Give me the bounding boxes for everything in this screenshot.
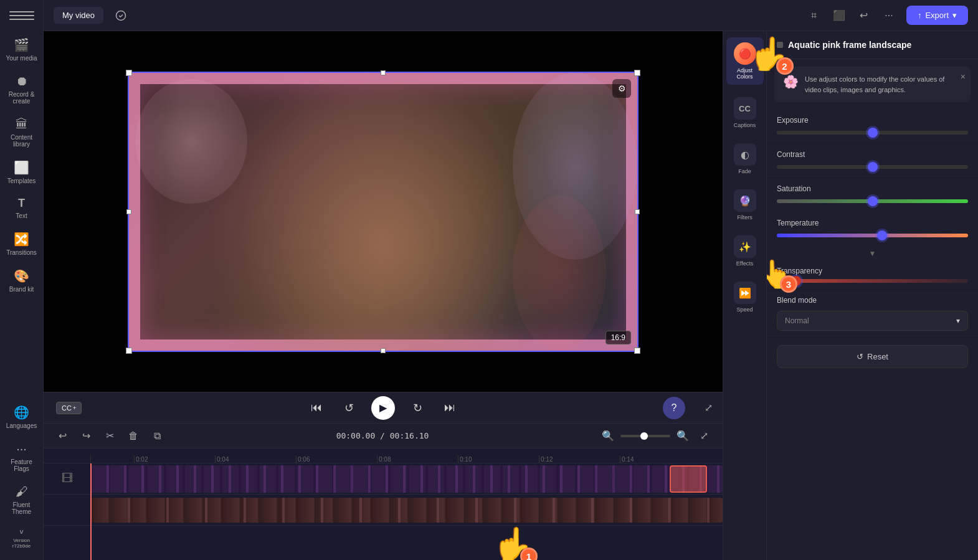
sidebar-item-languages[interactable]: 🌐 Languages bbox=[3, 400, 40, 434]
reset-button[interactable]: ↺ Reset bbox=[777, 345, 968, 368]
transparency-slider-track[interactable] bbox=[777, 279, 968, 283]
adjust-colors-item[interactable]: 🔴 Adjust Colors bbox=[726, 37, 764, 85]
save-icon-btn[interactable] bbox=[111, 6, 131, 26]
handle-left[interactable] bbox=[126, 209, 131, 214]
ruler-mark-7: 0:14 bbox=[620, 455, 701, 463]
crop-tool-btn[interactable]: ⌗ bbox=[804, 6, 824, 26]
transparency-slider-area: 👆 3 bbox=[777, 279, 968, 283]
fullscreen-btn[interactable]: ⤢ bbox=[705, 402, 713, 414]
transparency-section: Transparency 👆 3 bbox=[767, 260, 978, 290]
video-background bbox=[129, 73, 637, 351]
hamburger-menu[interactable] bbox=[9, 6, 34, 25]
sidebar-item-text[interactable]: T Text bbox=[3, 192, 40, 224]
timeline-toolbar: ↩ ↪ ✂ 🗑 ⧉ 00:00.00 / 00:16.10 🔍 bbox=[44, 424, 723, 448]
contrast-section: Contrast bbox=[767, 144, 978, 178]
filters-label: Filters bbox=[737, 214, 752, 221]
reset-icon: ↺ bbox=[857, 352, 863, 361]
brand-kit-icon: 🎨 bbox=[14, 268, 29, 283]
zoom-in-btn[interactable]: 🔍 bbox=[674, 427, 691, 445]
fade-label: Fade bbox=[738, 168, 751, 174]
collapse-section-btn[interactable]: ▼ bbox=[767, 247, 978, 260]
contrast-slider-track[interactable] bbox=[777, 165, 968, 169]
film-track[interactable] bbox=[90, 465, 723, 493]
info-box: 🌸 Use adjust colors to modify the color … bbox=[774, 67, 971, 102]
zoom-out-btn[interactable]: 🔍 bbox=[599, 427, 617, 445]
handle-right[interactable] bbox=[635, 209, 640, 214]
handle-top-right[interactable] bbox=[634, 70, 640, 76]
sidebar-item-transitions[interactable]: 🔀 Transitions bbox=[3, 227, 40, 261]
redo-btn[interactable]: ↪ bbox=[77, 427, 95, 445]
video-track[interactable] bbox=[90, 498, 723, 523]
video-frame[interactable]: ⚙ 16:9 bbox=[128, 72, 639, 352]
skip-forward-btn[interactable]: ⏭ bbox=[440, 398, 460, 418]
sidebar-item-your-media[interactable]: 🎬 Your media bbox=[3, 32, 40, 67]
saturation-thumb[interactable] bbox=[868, 196, 878, 206]
film-frames bbox=[90, 465, 723, 493]
handle-bottom-right[interactable] bbox=[634, 348, 640, 354]
undo-tool-btn[interactable]: ↩ bbox=[854, 6, 874, 26]
zoom-thumb[interactable] bbox=[640, 432, 648, 440]
duplicate-btn[interactable]: ⧉ bbox=[148, 427, 166, 445]
content-area: ⚙ 16:9 CC + ⏮ ↺ ▶ ↻ ⏭ ? ⤢ bbox=[44, 31, 978, 560]
blend-mode-select[interactable]: Normal ▾ bbox=[777, 311, 968, 331]
effects-label: Effects bbox=[736, 260, 753, 267]
sidebar-item-content-library[interactable]: 🏛 Content library bbox=[3, 112, 40, 153]
cc-button[interactable]: CC + bbox=[56, 402, 82, 414]
saturation-slider-track[interactable] bbox=[777, 199, 968, 203]
skip-back-btn[interactable]: ⏮ bbox=[306, 398, 326, 418]
transparency-thumb[interactable] bbox=[791, 276, 801, 286]
zoom-slider[interactable] bbox=[620, 435, 670, 437]
export-button[interactable]: ↑ Export ▾ bbox=[906, 6, 968, 25]
help-btn[interactable]: ? bbox=[663, 397, 685, 419]
forward-5-btn[interactable]: ↻ bbox=[407, 398, 427, 418]
filters-item[interactable]: 🔮 Filters bbox=[726, 184, 764, 225]
fade-item[interactable]: ◐ Fade bbox=[726, 138, 764, 179]
speed-item[interactable]: ⏩ Speed bbox=[726, 277, 764, 318]
speed-icon: ⏩ bbox=[734, 282, 756, 304]
close-info-btn[interactable]: × bbox=[961, 72, 966, 82]
sidebar-item-version[interactable]: v Version r72b9de bbox=[3, 523, 40, 554]
sidebar-item-fluent-theme[interactable]: 🖌 Fluent Theme bbox=[3, 480, 40, 520]
contrast-thumb[interactable] bbox=[868, 162, 878, 172]
captions-item[interactable]: CC Captions bbox=[726, 92, 764, 133]
handle-bottom-left[interactable] bbox=[126, 348, 132, 354]
playback-bar: CC + ⏮ ↺ ▶ ↻ ⏭ ? ⤢ bbox=[44, 392, 723, 423]
temperature-slider-track[interactable] bbox=[777, 234, 968, 237]
handle-bottom[interactable] bbox=[381, 348, 386, 353]
handle-top[interactable] bbox=[381, 70, 386, 75]
handle-top-left[interactable] bbox=[126, 70, 132, 76]
track-label-film: 🎞 bbox=[44, 465, 90, 493]
rewind-5-btn[interactable]: ↺ bbox=[339, 398, 359, 418]
project-title[interactable]: My video bbox=[54, 7, 103, 24]
ruler-mark-6: 0:12 bbox=[539, 455, 620, 463]
exposure-thumb[interactable] bbox=[868, 128, 878, 138]
info-emoji: 🌸 bbox=[783, 74, 799, 89]
play-pause-btn[interactable]: ▶ bbox=[371, 396, 395, 420]
transparency-header: Transparency bbox=[777, 267, 968, 275]
selected-clip-indicator[interactable] bbox=[670, 465, 707, 493]
delete-btn[interactable]: 🗑 bbox=[125, 427, 142, 445]
ruler-mark-4: 0:08 bbox=[377, 455, 458, 463]
playhead-line bbox=[90, 463, 92, 560]
adjust-panel-header: Aquatic pink frame landscape bbox=[767, 31, 978, 59]
exposure-slider-track[interactable] bbox=[777, 131, 968, 135]
video-canvas: ⚙ 16:9 bbox=[44, 31, 723, 392]
topbar: My video ⌗ ⬛ ↩ ··· ↑ Export ▾ bbox=[44, 0, 978, 31]
video-settings-btn[interactable]: ⚙ bbox=[612, 79, 631, 98]
sidebar-item-templates[interactable]: ⬜ Templates bbox=[3, 155, 40, 189]
speed-label: Speed bbox=[736, 306, 752, 313]
cut-btn[interactable]: ✂ bbox=[101, 427, 118, 445]
aspect-ratio-btn[interactable]: 16:9 bbox=[605, 331, 631, 344]
more-tool-btn[interactable]: ··· bbox=[879, 6, 899, 26]
sidebar-item-record[interactable]: ⏺ Record & create bbox=[3, 69, 40, 110]
fit-btn[interactable]: ⤢ bbox=[695, 427, 713, 445]
effects-item[interactable]: ✨ Effects bbox=[726, 230, 764, 272]
sidebar-item-brand-kit[interactable]: 🎨 Brand kit bbox=[3, 263, 40, 298]
undo-btn[interactable]: ↩ bbox=[54, 427, 71, 445]
temperature-thumb[interactable] bbox=[877, 230, 887, 240]
resize-tool-btn[interactable]: ⬛ bbox=[829, 6, 849, 26]
sidebar-item-feature-flags[interactable]: ··· Feature Flags bbox=[3, 437, 40, 477]
color-swatch-icon: 🔴 bbox=[739, 48, 751, 60]
film-strip-inner bbox=[90, 465, 723, 493]
adjust-panel-title: Aquatic pink frame landscape bbox=[788, 40, 911, 50]
